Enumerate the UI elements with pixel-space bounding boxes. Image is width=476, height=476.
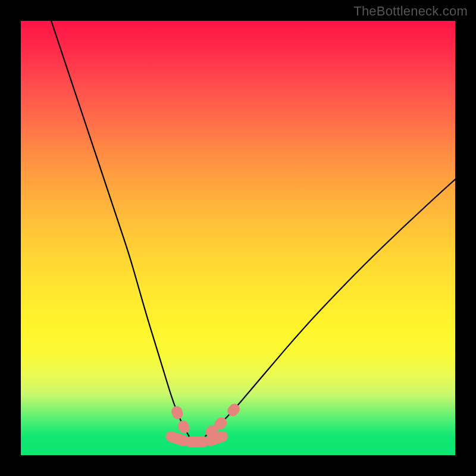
- right-curve: [205, 179, 455, 436]
- plot-area: [21, 21, 455, 455]
- left-curve: [51, 21, 189, 436]
- chart-container: TheBottleneck.com: [0, 0, 476, 476]
- curve-marker: [176, 419, 192, 436]
- marker-group: [164, 402, 242, 447]
- curve-marker: [170, 405, 184, 421]
- chart-svg: [21, 21, 455, 455]
- watermark-text: TheBottleneck.com: [353, 4, 468, 19]
